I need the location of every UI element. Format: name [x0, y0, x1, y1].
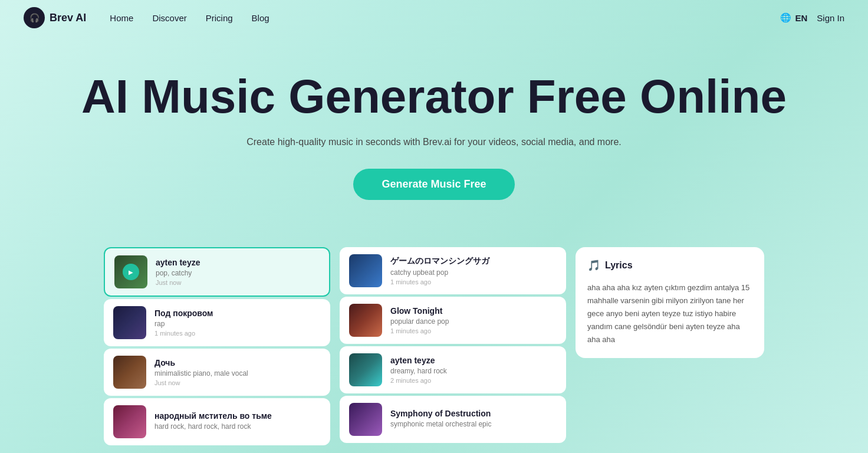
nav-discover[interactable]: Discover	[152, 13, 186, 23]
music-card-right-1[interactable]: Glow Tonight popular dance pop 1 minutes…	[340, 297, 566, 344]
music-card-right-3[interactable]: Symphony of Destruction symphonic metal …	[340, 396, 566, 443]
music-card-right-0[interactable]: ゲームのロマンシングサガ catchy upbeat pop 1 minutes…	[340, 247, 566, 294]
card-title: ゲームのロマンシングサガ	[390, 256, 557, 267]
card-time: 1 minutes ago	[390, 278, 557, 285]
hero-title: AI Music Generator Free Online	[12, 71, 856, 123]
card-title: Glow Tonight	[390, 306, 557, 316]
nav-blog[interactable]: Blog	[252, 13, 269, 23]
card-info: ゲームのロマンシングサガ catchy upbeat pop 1 minutes…	[390, 256, 557, 285]
hero-subtitle: Create high-quality music in seconds wit…	[12, 137, 856, 147]
lyrics-header: 🎵 Lyrics	[587, 259, 752, 272]
generate-button[interactable]: Generate Music Free	[353, 169, 514, 200]
card-info: Под покровом rap 1 minutes ago	[154, 308, 321, 337]
logo-area[interactable]: 🎧 Brev AI	[24, 7, 86, 28]
music-card-left-2[interactable]: Дочь minimalistic piano, male vocal Just…	[104, 349, 330, 396]
card-thumbnail	[349, 254, 382, 287]
nav-pricing[interactable]: Pricing	[206, 13, 233, 23]
hero-section: AI Music Generator Free Online Create hi…	[0, 35, 868, 224]
card-thumbnail	[349, 304, 382, 337]
card-genre: popular dance pop	[390, 317, 557, 326]
logo-text: Brev AI	[50, 12, 86, 24]
card-title: народный мститель во тьме	[154, 411, 321, 421]
play-button[interactable]: ▶	[123, 264, 139, 280]
right-cards-column: ゲームのロマンシングサガ catchy upbeat pop 1 minutes…	[340, 247, 566, 443]
card-info: ayten teyze dreamy, hard rock 2 minutes …	[390, 356, 557, 384]
card-time: 1 minutes ago	[390, 327, 557, 334]
music-card-right-2[interactable]: ayten teyze dreamy, hard rock 2 minutes …	[340, 346, 566, 393]
card-info: Symphony of Destruction symphonic metal …	[390, 409, 557, 430]
card-title: Дочь	[154, 358, 321, 367]
nav-home[interactable]: Home	[110, 13, 133, 23]
card-genre: symphonic metal orchestral epic	[390, 420, 557, 428]
card-info: народный мститель во тьме hard rock, har…	[154, 411, 321, 432]
card-genre: catchy upbeat pop	[390, 268, 557, 277]
sign-in-button[interactable]: Sign In	[817, 13, 844, 23]
cards-section: ▶ ayten teyze pop, catchy Just now Под п…	[80, 224, 788, 453]
card-info: Glow Tonight popular dance pop 1 minutes…	[390, 306, 557, 334]
main-nav: Home Discover Pricing Blog	[110, 13, 269, 23]
lyrics-icon: 🎵	[587, 259, 600, 272]
music-card-left-3[interactable]: народный мститель во тьме hard rock, har…	[104, 398, 330, 445]
card-genre: hard rock, hard rock, hard rock	[154, 422, 321, 431]
card-thumbnail	[113, 306, 146, 339]
card-title: Symphony of Destruction	[390, 409, 557, 418]
card-genre: rap	[154, 320, 321, 328]
lyrics-title: Lyrics	[605, 260, 633, 271]
card-thumbnail	[113, 405, 146, 438]
card-thumbnail	[113, 356, 146, 389]
lyrics-panel: 🎵 Lyrics aha aha aha kız ayten çıktım ge…	[576, 247, 764, 358]
card-time: 1 minutes ago	[154, 330, 321, 337]
card-thumbnail	[349, 403, 382, 436]
card-info: Дочь minimalistic piano, male vocal Just…	[154, 358, 321, 386]
card-title: ayten teyze	[156, 258, 320, 267]
card-genre: dreamy, hard rock	[390, 367, 557, 375]
language-button[interactable]: 🌐 EN	[780, 12, 807, 23]
card-thumbnail: ▶	[114, 255, 147, 288]
card-genre: minimalistic piano, male vocal	[154, 369, 321, 378]
card-time: Just now	[154, 379, 321, 386]
logo-icon: 🎧	[24, 7, 45, 28]
card-title: ayten teyze	[390, 356, 557, 365]
card-time: 2 minutes ago	[390, 377, 557, 384]
music-card-left-1[interactable]: Под покровом rap 1 minutes ago	[104, 299, 330, 346]
lyrics-text: aha aha aha kız ayten çıktım gezdim anta…	[587, 281, 752, 346]
header-right: 🌐 EN Sign In	[780, 12, 844, 23]
left-cards-column: ▶ ayten teyze pop, catchy Just now Под п…	[104, 247, 330, 445]
language-icon: 🌐	[780, 12, 791, 23]
card-title: Под покровом	[154, 308, 321, 318]
card-thumbnail	[349, 353, 382, 386]
music-card-left-0[interactable]: ▶ ayten teyze pop, catchy Just now	[104, 247, 330, 297]
card-time: Just now	[156, 279, 320, 286]
card-info: ayten teyze pop, catchy Just now	[156, 258, 320, 286]
card-genre: pop, catchy	[156, 269, 320, 277]
